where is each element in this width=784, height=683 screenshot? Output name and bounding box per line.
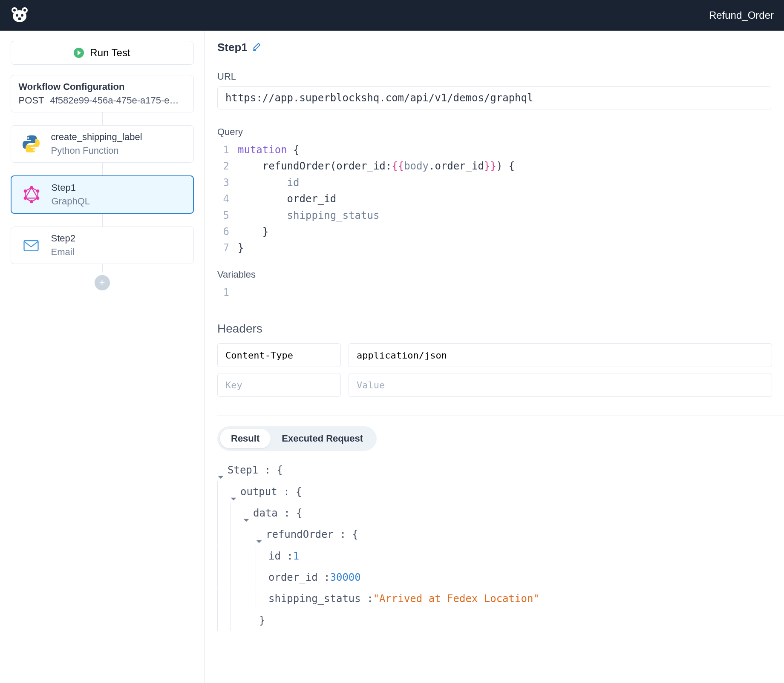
caret-down-icon[interactable] — [230, 488, 237, 495]
workflow-id: 4f582e99-456a-475e-a175-e… — [50, 95, 179, 106]
step-editor: Step1 URL Query 1mutation { 2 refundOrde… — [205, 31, 784, 683]
play-icon — [74, 48, 84, 58]
header-value-input[interactable] — [349, 343, 772, 367]
workflow-sidebar: Run Test Workflow Configuration POST 4f5… — [0, 31, 205, 683]
step-sub: GraphQL — [52, 196, 90, 207]
run-test-label: Run Test — [90, 47, 130, 59]
svg-point-14 — [23, 197, 26, 200]
step-name: Step1 — [217, 41, 248, 54]
query-editor[interactable]: 1mutation { 2 refundOrder(order_id:{{bod… — [217, 142, 784, 256]
svg-point-7 — [18, 17, 21, 20]
caret-down-icon[interactable] — [217, 467, 224, 474]
svg-point-12 — [36, 197, 39, 200]
step-title: Step1 — [52, 182, 90, 193]
python-icon — [19, 132, 43, 156]
page-title: Refund_Order — [709, 9, 774, 21]
result-tabs: Result Executed Request — [217, 426, 377, 451]
svg-point-13 — [30, 200, 33, 203]
query-label: Query — [217, 126, 784, 138]
svg-point-9 — [33, 149, 35, 151]
svg-point-6 — [21, 14, 23, 17]
svg-point-2 — [13, 9, 16, 11]
result-tree[interactable]: Step1 : { output : { data : { refundOrde… — [217, 459, 784, 631]
variables-label: Variables — [217, 269, 784, 280]
step-card-email[interactable]: Step2 Email — [11, 227, 194, 264]
caret-down-icon[interactable] — [256, 531, 262, 538]
caret-down-icon[interactable] — [243, 510, 250, 517]
step-sub: Email — [51, 247, 76, 258]
koala-logo-icon — [10, 6, 29, 25]
step-card-python[interactable]: create_shipping_label Python Function — [11, 125, 194, 163]
tab-executed-request[interactable]: Executed Request — [271, 429, 374, 448]
connector-line — [102, 214, 103, 227]
svg-point-5 — [16, 14, 18, 17]
connector-line — [102, 264, 103, 273]
result-panel: Result Executed Request Step1 : { output… — [217, 416, 784, 631]
add-step-button[interactable]: + — [95, 275, 110, 290]
headers-label: Headers — [217, 322, 784, 336]
workflow-method: POST — [19, 95, 44, 106]
tab-result[interactable]: Result — [220, 429, 271, 448]
header-key-input[interactable] — [217, 343, 341, 367]
url-input[interactable] — [217, 86, 771, 109]
step-title: Step2 — [51, 233, 76, 244]
svg-point-8 — [27, 137, 29, 139]
graphql-icon — [19, 182, 44, 207]
variables-editor[interactable]: 1 — [217, 284, 784, 301]
connector-line — [102, 112, 103, 125]
header-key-input[interactable] — [217, 373, 341, 397]
svg-point-4 — [13, 10, 26, 22]
svg-point-11 — [36, 189, 39, 192]
url-label: URL — [217, 71, 784, 82]
workflow-config-card[interactable]: Workflow Configuration POST 4f582e99-456… — [11, 75, 194, 112]
step-title: create_shipping_label — [51, 132, 142, 143]
connector-line — [102, 163, 103, 175]
header-value-input[interactable] — [349, 373, 772, 397]
edit-icon[interactable] — [252, 42, 261, 53]
step-card-graphql[interactable]: Step1 GraphQL — [11, 175, 194, 214]
email-icon — [19, 233, 43, 258]
app-header: Refund_Order — [0, 0, 784, 31]
svg-point-10 — [30, 186, 33, 189]
workflow-config-title: Workflow Configuration — [19, 81, 186, 92]
svg-rect-16 — [24, 241, 38, 251]
run-test-button[interactable]: Run Test — [11, 41, 194, 65]
step-sub: Python Function — [51, 145, 142, 156]
svg-point-15 — [23, 189, 26, 192]
svg-point-3 — [23, 9, 26, 11]
